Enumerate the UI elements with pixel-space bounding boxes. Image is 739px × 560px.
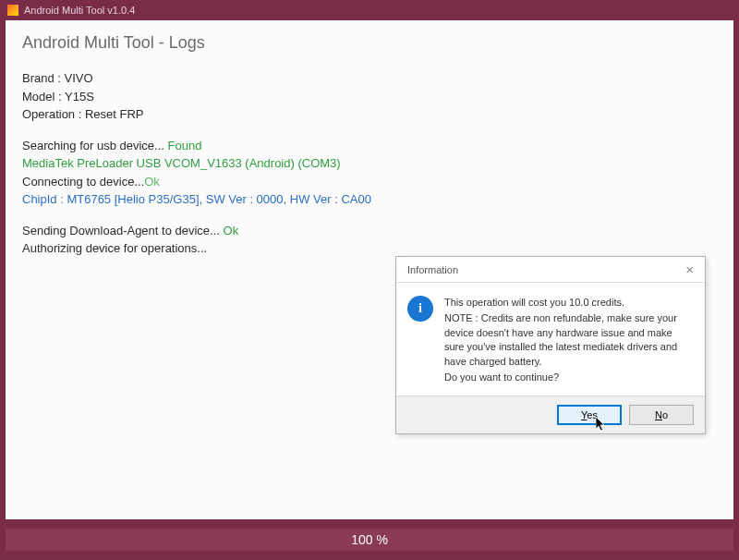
dialog-body: i This operation will cost you 10.0 cred… xyxy=(396,283,705,396)
page-title: Android Multi Tool - Logs xyxy=(22,33,717,53)
close-icon[interactable]: × xyxy=(682,262,697,277)
log-connecting: Connecting to device...Ok xyxy=(22,173,717,191)
log-sending: Sending Download-Agent to device... Ok xyxy=(22,222,717,240)
dialog-line-confirm: Do you want to continue? xyxy=(444,371,694,384)
log-brand: Brand : VIVO xyxy=(22,69,717,88)
dialog-titlebar[interactable]: Information × xyxy=(396,257,705,283)
dialog-message: This operation will cost you 10.0 credit… xyxy=(444,296,694,386)
app-icon xyxy=(7,5,18,16)
window-titlebar: Android Multi Tool v1.0.4 xyxy=(0,0,739,20)
log-model: Model : Y15S xyxy=(22,88,717,106)
dialog-line-note: NOTE : Credits are non refundable, make … xyxy=(444,311,694,369)
info-icon: i xyxy=(407,296,433,322)
content-area: Android Multi Tool - Logs Brand : VIVO M… xyxy=(6,20,733,519)
progress-text: 100 % xyxy=(351,532,388,547)
log-block-connection: Searching for usb device... Found MediaT… xyxy=(22,137,717,209)
no-button[interactable]: No xyxy=(629,405,694,425)
log-block-device-info: Brand : VIVO Model : Y15S Operation : Re… xyxy=(22,69,717,124)
information-dialog: Information × i This operation will cost… xyxy=(395,256,706,434)
log-authorizing: Authorizing device for operations... xyxy=(22,239,717,258)
log-chipid: ChipId : MT6765 [Helio P35/G35], SW Ver … xyxy=(22,190,717,209)
log-searching: Searching for usb device... Found xyxy=(22,137,717,155)
window-title: Android Multi Tool v1.0.4 xyxy=(24,5,135,16)
log-block-operation: Sending Download-Agent to device... Ok A… xyxy=(22,222,717,258)
dialog-footer: Yes No xyxy=(396,396,705,433)
progress-container: 100 % xyxy=(6,529,733,551)
dialog-title: Information xyxy=(407,264,458,275)
yes-button[interactable]: Yes xyxy=(557,405,622,425)
cursor-icon xyxy=(596,417,609,433)
progress-bar: 100 % xyxy=(6,529,733,551)
dialog-line-cost: This operation will cost you 10.0 credit… xyxy=(444,296,694,310)
log-device-name: MediaTek PreLoader USB VCOM_V1633 (Andro… xyxy=(22,154,717,173)
log-operation: Operation : Reset FRP xyxy=(22,105,717,124)
